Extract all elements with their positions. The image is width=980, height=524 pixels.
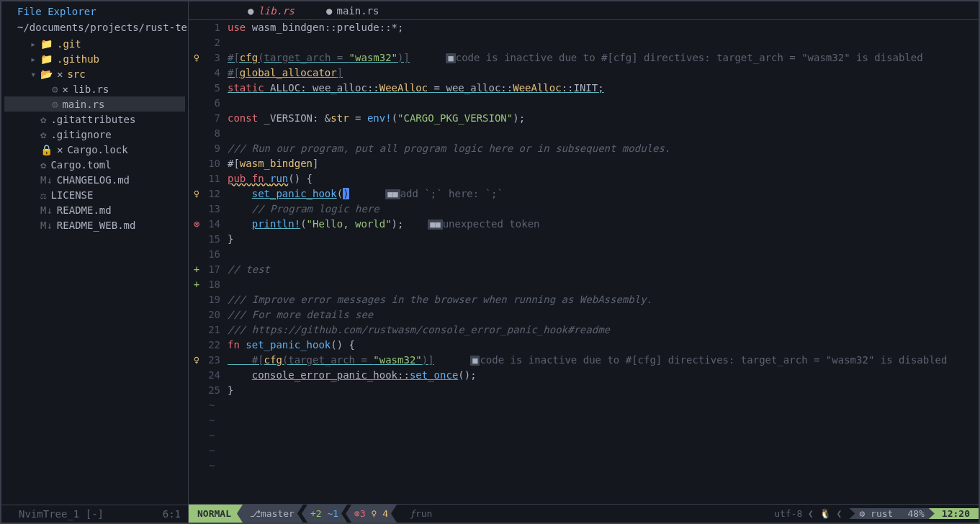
modified-dot-icon: ● — [326, 5, 332, 17]
code-line[interactable]: 19/// Improve error messages in the brow… — [189, 292, 979, 307]
file-icon: ⚙ — [52, 99, 58, 110]
tab-name: main.rs — [336, 5, 379, 17]
expander-icon: ▸ — [30, 53, 36, 65]
file-icon: M↓ — [40, 174, 53, 186]
sidebar-status-right: 6:1 — [163, 508, 181, 520]
sidebar-status: NvimTree_1 [-] 6:1 — [1, 505, 188, 523]
sidebar-path: ~/documents/projects/rust-te — [1, 20, 188, 36]
warn-icon: ♀ — [372, 508, 377, 519]
branch-icon: ⎇ — [250, 508, 261, 519]
file-explorer-sidebar: File Explorer ~/documents/projects/rust-… — [1, 1, 189, 523]
expander-icon: ▾ — [30, 68, 36, 80]
code-line[interactable]: 8 — [189, 126, 979, 141]
code-line[interactable]: 10#[wasm_bindgen] — [189, 156, 979, 171]
file-.gitattributes[interactable]: ✿.gitattributes — [4, 112, 185, 127]
code-line[interactable]: 20/// For more details see — [189, 307, 979, 322]
file-name: Cargo.lock — [67, 144, 127, 155]
file-README_WEB.md[interactable]: M↓README_WEB.md — [4, 217, 185, 232]
function-segment: ƒ run — [401, 505, 441, 523]
sidebar-title: File Explorer — [1, 1, 188, 20]
file-name: lib.rs — [73, 83, 109, 95]
tab-main.rs[interactable]: ●main.rs — [310, 1, 395, 19]
code-line[interactable]: 1use wasm_bindgen::prelude::*; — [189, 20, 979, 35]
fn-icon: ƒ — [410, 508, 415, 519]
code-line[interactable]: 5static ALLOC: wee_alloc::WeeAlloc = wee… — [189, 81, 979, 96]
file-lib.rs[interactable]: ⚙✕lib.rs — [4, 81, 185, 96]
file-icon: ✿ — [40, 114, 46, 125]
file-icon: M↓ — [40, 204, 53, 216]
code-line[interactable]: 21/// https://github.com/rustwasm/consol… — [189, 322, 979, 338]
code-line[interactable]: +18 — [189, 277, 979, 292]
file-icon: 🔒 — [40, 144, 53, 155]
file-name: .gitattributes — [50, 114, 135, 125]
file-.gitignore[interactable]: ✿.gitignore — [4, 127, 185, 142]
filetype-segment: ⚙ rust — [849, 508, 903, 519]
code-line[interactable]: 9/// Run our program, put all program lo… — [189, 141, 979, 156]
chevron-left-icon: ❮ — [808, 508, 819, 519]
folder-name: src — [67, 68, 85, 80]
x-icon: ✕ — [57, 68, 63, 80]
x-icon: ✕ — [57, 144, 63, 155]
file-name: CHANGELOG.md — [57, 174, 130, 186]
mode-segment: NORMAL — [189, 505, 243, 523]
x-icon: ✕ — [62, 83, 68, 95]
tab-lib.rs[interactable]: ●lib.rs — [232, 1, 310, 19]
file-tree[interactable]: ▸📁.git▸📁.github▾📂✕src⚙✕lib.rs⚙main.rs✿.g… — [1, 36, 188, 505]
tab-name: lib.rs — [258, 5, 295, 17]
code-line[interactable]: ♀23 #[cfg(target_arch = "wasm32")] ■code… — [189, 353, 979, 368]
file-main.rs[interactable]: ⚙main.rs — [4, 96, 185, 112]
folder-name: .github — [57, 53, 99, 65]
file-README.md[interactable]: M↓README.md — [4, 202, 185, 217]
file-LICENSE[interactable]: ⚖LICENSE — [4, 187, 185, 202]
git-segment: ⎇ master — [237, 505, 303, 523]
modified-dot-icon: ● — [248, 5, 253, 17]
file-icon: M↓ — [40, 220, 53, 231]
code-line[interactable]: ⊗14 println!("Hello, world"); ■■unexpect… — [189, 217, 979, 232]
file-icon: ✿ — [40, 129, 46, 140]
code-line[interactable]: 22fn set_panic_hook() { — [189, 338, 979, 353]
folder-icon: 📁 — [40, 53, 53, 65]
code-line[interactable]: 2 — [189, 35, 979, 50]
folder-src[interactable]: ▾📂✕src — [4, 66, 185, 81]
code-line[interactable]: 4#[global_allocator] — [189, 66, 979, 81]
code-line[interactable]: 25} — [189, 383, 979, 398]
statusbar: NORMAL ⎇ master +2 ~1 ⊗3 ♀ 4 ƒ run utf-8… — [189, 504, 979, 523]
file-icon: ⚖ — [40, 189, 46, 201]
file-Cargo.toml[interactable]: ✿Cargo.toml — [4, 157, 185, 172]
file-CHANGELOG.md[interactable]: M↓CHANGELOG.md — [4, 172, 185, 187]
code-editor[interactable]: 1use wasm_bindgen::prelude::*;2♀3#[cfg(t… — [189, 20, 979, 504]
file-icon: ⚙ — [52, 83, 58, 95]
code-line[interactable]: ♀12 set_panic_hook() ■■add `;` here: `;` — [189, 186, 979, 202]
folder-.github[interactable]: ▸📁.github — [4, 51, 185, 66]
file-name: README_WEB.md — [57, 220, 136, 231]
error-icon: ⊗ — [354, 508, 360, 519]
tabline[interactable]: ●lib.rs●main.rs — [189, 1, 979, 20]
diff-segment: +2 ~1 — [302, 505, 347, 523]
code-line[interactable]: 11pub fn run() { — [189, 171, 979, 186]
linux-icon: 🐧 — [819, 508, 831, 519]
diagnostics-segment: ⊗3 ♀ 4 — [346, 505, 397, 523]
file-name: .gitignore — [50, 129, 111, 140]
code-line[interactable]: +17// test — [189, 262, 979, 277]
code-line[interactable]: ♀3#[cfg(target_arch = "wasm32")] ■code i… — [189, 50, 979, 66]
folder-.git[interactable]: ▸📁.git — [4, 36, 185, 51]
code-line[interactable]: 13 // Program logic here — [189, 202, 979, 217]
code-line[interactable]: 7const _VERSION: &str = env!("CARGO_PKG_… — [189, 111, 979, 126]
folder-icon: 📁 — [40, 38, 53, 50]
folder-icon: 📂 — [40, 68, 53, 80]
file-icon: ✿ — [40, 159, 46, 171]
code-line[interactable]: 15} — [189, 232, 979, 247]
file-name: LICENSE — [50, 189, 93, 201]
sidebar-status-left: NvimTree_1 [-] — [19, 508, 104, 520]
encoding-segment: utf-8 ❮ 🐧 ❮ — [767, 508, 849, 519]
code-line[interactable]: 24 console_error_panic_hook::set_once(); — [189, 368, 979, 383]
chevron-left-icon: ❮ — [837, 508, 842, 519]
time-segment: 12:20 — [929, 508, 979, 519]
file-Cargo.lock[interactable]: 🔒✕Cargo.lock — [4, 142, 185, 157]
expander-icon: ▸ — [30, 38, 36, 50]
file-name: Cargo.toml — [50, 159, 111, 171]
code-line[interactable]: 16 — [189, 247, 979, 262]
code-line[interactable]: 6 — [189, 96, 979, 111]
file-name: README.md — [57, 204, 112, 216]
file-name: main.rs — [62, 99, 104, 110]
